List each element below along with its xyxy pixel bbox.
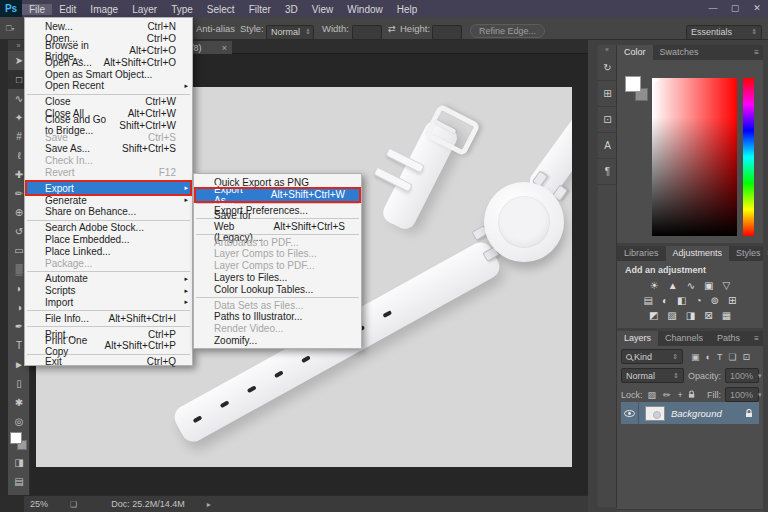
menu-item[interactable]: Share on Behance... (25, 206, 192, 218)
menu-item[interactable]: Layers to Files... (194, 272, 361, 284)
panel-menu-icon[interactable]: ≡ (754, 334, 763, 343)
menubar-layer[interactable]: Layer (125, 4, 164, 15)
menu-item[interactable]: Render Video... (194, 323, 361, 335)
zoom-level[interactable]: 25% (30, 499, 48, 509)
menu-item[interactable]: Search Adobe Stock... (25, 222, 192, 234)
vibrance-icon[interactable]: ▽ (723, 279, 731, 292)
menubar-type[interactable]: Type (164, 4, 200, 15)
panel-menu-icon[interactable]: ≡ (754, 48, 763, 57)
menu-item[interactable]: Browse in Bridge... Alt+Ctrl+O (25, 45, 192, 57)
exposure-icon[interactable]: ▣ (704, 279, 713, 292)
menu-item[interactable]: Layer Comps to PDF... (194, 260, 361, 272)
menu-item[interactable]: Print One Copy Alt+Shift+Ctrl+P (25, 340, 192, 352)
menu-item[interactable]: Close and Go to Bridge... Shift+Ctrl+W (25, 119, 192, 131)
brightness-contrast-icon[interactable]: ☀ (650, 279, 659, 292)
file-menu-export[interactable]: Export ▸ (25, 182, 192, 194)
menu-item[interactable]: Open Recent ▸ (25, 80, 192, 92)
minimize-button[interactable]: — (702, 0, 724, 17)
status-options-arrow-icon[interactable]: ▸ (207, 500, 211, 509)
menu-item[interactable]: Revert F12 (25, 167, 192, 179)
layer-thumbnail[interactable] (645, 406, 665, 421)
foreground-color-swatch[interactable] (10, 432, 22, 444)
invert-icon[interactable]: ◩ (649, 309, 658, 322)
height-input[interactable] (432, 25, 462, 40)
tab-paths[interactable]: Paths (710, 331, 747, 346)
menubar-3d[interactable]: 3D (278, 4, 305, 15)
expand-panels-icon[interactable]: « (598, 45, 616, 55)
style-dropdown[interactable]: Normal⇕ (266, 25, 314, 40)
screen-mode-button[interactable]: ▤ (8, 472, 30, 491)
saturation-brightness-field[interactable] (652, 78, 737, 236)
tab-layers[interactable]: Layers (617, 331, 658, 346)
menu-item[interactable]: Zoomify... (194, 335, 361, 347)
filter-smart-objects-icon[interactable]: ⊡ (742, 352, 752, 362)
foreground-color-swatch[interactable] (625, 76, 641, 92)
lock-position-icon[interactable]: + (677, 390, 684, 400)
menu-item[interactable]: Artboards to PDF... (194, 236, 361, 248)
menu-item[interactable]: Package... (25, 257, 192, 269)
menu-item[interactable]: New... Ctrl+N (25, 21, 192, 33)
menu-item[interactable]: Data Sets as Files... (194, 299, 361, 311)
hue-slider[interactable] (743, 78, 754, 236)
zoom-tool[interactable]: ◎ (8, 412, 30, 431)
maximize-button[interactable]: ▢ (724, 0, 746, 17)
photo-filter-icon[interactable]: ◔ (696, 294, 702, 307)
menubar-edit[interactable]: Edit (52, 4, 83, 15)
quick-mask-button[interactable]: ◨ (8, 453, 30, 472)
menu-item[interactable]: Save As... Shift+Ctrl+S (25, 143, 192, 155)
menubar-filter[interactable]: Filter (242, 4, 278, 15)
menu-item[interactable]: Save for Web (Legacy)... Alt+Shift+Ctrl+… (194, 220, 361, 232)
paragraph-panel-icon[interactable]: ¶ (598, 159, 617, 185)
menu-item[interactable]: Import ▸ (25, 297, 192, 309)
menu-item[interactable]: File Info... Alt+Shift+Ctrl+I (25, 312, 192, 324)
close-button[interactable]: ✕ (746, 0, 768, 17)
tab-channels[interactable]: Channels (658, 331, 710, 346)
menu-item[interactable]: Scripts ▸ (25, 285, 192, 297)
menu-item[interactable]: Check In... (25, 155, 192, 167)
menu-item[interactable]: Exit Ctrl+Q (25, 356, 192, 368)
tab-swatches[interactable]: Swatches (653, 45, 706, 60)
history-panel-icon[interactable]: ↻ (598, 55, 617, 81)
menu-item[interactable]: Color Lookup Tables... (194, 283, 361, 295)
selective-color-icon[interactable]: ⊠ (704, 309, 712, 322)
tool-preset-icon[interactable]: □▾ (6, 17, 14, 39)
link-dimensions-icon[interactable]: ⇄ (388, 17, 396, 39)
color-lookup-icon[interactable]: ⊞ (728, 294, 736, 307)
menu-item[interactable]: Close Ctrl+W (25, 96, 192, 108)
lock-paint-icon[interactable]: ✏ (662, 390, 672, 400)
tab-libraries[interactable]: Libraries (617, 246, 666, 261)
gradient-map-icon[interactable]: ▦ (722, 309, 731, 322)
character-panel-icon[interactable]: A (598, 133, 617, 159)
filter-pixel-layers-icon[interactable]: ▣ (690, 352, 701, 362)
menubar-image[interactable]: Image (83, 4, 125, 15)
workspace-dropdown[interactable]: Essentials⇕ (686, 25, 762, 40)
hand-tool[interactable]: ✱ (8, 393, 30, 412)
filter-shape-layers-icon[interactable]: ❏ (727, 352, 737, 362)
color-balance-icon[interactable]: ◐ (662, 294, 668, 307)
menu-item[interactable]: Save Ctrl+S (25, 131, 192, 143)
foreground-background-swatches[interactable] (8, 431, 30, 453)
refine-edge-button[interactable]: Refine Edge... (470, 24, 545, 38)
opacity-dropdown[interactable]: 100%▾ (725, 368, 759, 383)
tab-adjustments[interactable]: Adjustments (666, 246, 730, 261)
filter-adjustment-layers-icon[interactable]: ◐ (705, 352, 712, 362)
shape-tool[interactable]: ▯ (8, 374, 30, 393)
blend-mode-dropdown[interactable]: Normal⇕ (621, 368, 684, 383)
menubar-help[interactable]: Help (390, 4, 425, 15)
levels-icon[interactable]: ▲ (668, 279, 678, 292)
menu-item[interactable]: Generate ▸ (25, 194, 192, 206)
tab-styles[interactable]: Styles (729, 246, 768, 261)
layer-filter-dropdown[interactable]: Kind ⇕ (621, 349, 683, 364)
clone-source-panel-icon[interactable]: ⊡ (598, 107, 617, 133)
export-submenu-export-as[interactable]: Export As... Alt+Shift+Ctrl+W (194, 189, 361, 201)
menubar-window[interactable]: Window (340, 4, 390, 15)
properties-panel-icon[interactable]: ⊞ (598, 81, 617, 107)
curves-icon[interactable]: ∿ (687, 279, 695, 292)
menu-item[interactable]: Paths to Illustrator... (194, 311, 361, 323)
tab-close-icon[interactable]: × (222, 43, 227, 53)
menu-item[interactable]: Automate ▸ (25, 273, 192, 285)
layer-row-background[interactable]: Background (621, 402, 759, 424)
menu-item[interactable]: Open as Smart Object... (25, 68, 192, 80)
filter-type-layers-icon[interactable]: T (716, 352, 724, 362)
hue-saturation-icon[interactable]: ▤ (644, 294, 653, 307)
